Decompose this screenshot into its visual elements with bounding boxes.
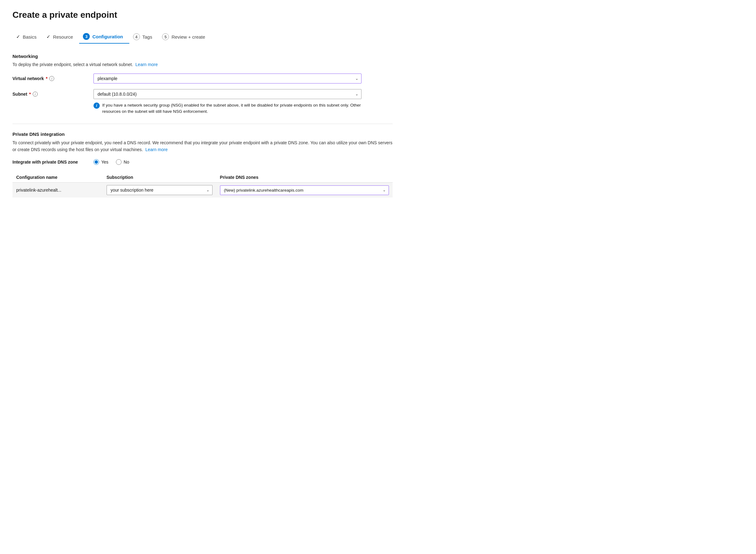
subnet-select-wrapper: default (10.8.0.0/24) ⌄ (94, 89, 362, 99)
dns-zones-select[interactable]: (New) privatelink.azurehealthcareapis.co… (220, 185, 389, 195)
virtual-network-control: plexample ⌄ (94, 73, 362, 84)
tab-review[interactable]: 5 Review + create (158, 30, 211, 43)
config-name-cell: privatelink-azurehealt... (12, 182, 103, 198)
tab-basics[interactable]: ✓ Basics (12, 31, 43, 43)
tab-basics-label: Basics (23, 34, 37, 40)
dns-table: Configuration name Subscription Private … (12, 172, 393, 198)
step-indicator-4: 4 (133, 33, 140, 40)
dns-description: To connect privately with your private e… (12, 139, 393, 153)
virtual-network-label: Virtual network * i (12, 73, 94, 81)
step-indicator-3: 3 (83, 33, 90, 40)
section-divider (12, 124, 393, 124)
radio-options: Yes No (94, 159, 129, 165)
nsg-info-icon: i (94, 103, 100, 109)
networking-title: Networking (12, 54, 393, 59)
radio-yes-input[interactable] (94, 159, 99, 165)
radio-yes-label: Yes (101, 160, 108, 165)
integrate-dns-row: Integrate with private DNS zone Yes No (12, 159, 393, 165)
subscription-cell: your subscription here ⌄ (103, 182, 216, 198)
nsg-notice: i If you have a network security group (… (94, 102, 362, 115)
radio-yes-option[interactable]: Yes (94, 159, 108, 165)
required-star-2: * (29, 92, 31, 97)
networking-learn-more-link[interactable]: Learn more (136, 62, 158, 67)
wizard-tabs: ✓ Basics ✓ Resource 3 Configuration 4 Ta… (12, 30, 393, 44)
subnet-control: default (10.8.0.0/24) ⌄ i If you have a … (94, 89, 362, 115)
tab-resource[interactable]: ✓ Resource (43, 31, 79, 43)
dns-zones-cell: (New) privatelink.azurehealthcareapis.co… (216, 182, 393, 198)
nsg-notice-text: If you have a network security group (NS… (102, 102, 362, 115)
col-dns-zones: Private DNS zones (216, 172, 393, 182)
dns-table-header-row: Configuration name Subscription Private … (12, 172, 393, 182)
radio-no-option[interactable]: No (116, 159, 129, 165)
subscription-select-wrapper: your subscription here ⌄ (107, 185, 213, 195)
networking-description: To deploy the private endpoint, select a… (12, 61, 393, 68)
dns-section: Private DNS integration To connect priva… (12, 131, 393, 198)
radio-no-input[interactable] (116, 159, 121, 165)
dns-zones-select-wrapper: (New) privatelink.azurehealthcareapis.co… (220, 185, 389, 195)
dns-section-title: Private DNS integration (12, 131, 393, 137)
page-title: Create a private endpoint (12, 10, 393, 20)
dns-learn-more-link[interactable]: Learn more (145, 147, 168, 152)
virtual-network-select[interactable]: plexample (94, 73, 362, 84)
subnet-select[interactable]: default (10.8.0.0/24) (94, 89, 362, 99)
checkmark-icon: ✓ (16, 34, 20, 40)
subnet-label: Subnet * i (12, 89, 94, 97)
networking-section: Networking To deploy the private endpoin… (12, 54, 393, 115)
virtual-network-info-icon[interactable]: i (49, 76, 54, 81)
subnet-row: Subnet * i default (10.8.0.0/24) ⌄ i If … (12, 89, 393, 115)
checkmark-icon-2: ✓ (46, 34, 51, 40)
dns-table-row: privatelink-azurehealt... your subscript… (12, 182, 393, 198)
tab-configuration-label: Configuration (92, 34, 123, 39)
tab-tags-label: Tags (143, 34, 152, 40)
integrate-dns-label: Integrate with private DNS zone (12, 160, 94, 165)
col-config-name: Configuration name (12, 172, 103, 182)
virtual-network-row: Virtual network * i plexample ⌄ (12, 73, 393, 84)
required-star: * (46, 76, 47, 81)
col-subscription: Subscription (103, 172, 216, 182)
virtual-network-select-wrapper: plexample ⌄ (94, 73, 362, 84)
tab-tags[interactable]: 4 Tags (129, 30, 159, 43)
subnet-info-icon[interactable]: i (33, 92, 38, 97)
radio-no-label: No (124, 160, 129, 165)
tab-configuration[interactable]: 3 Configuration (79, 30, 129, 44)
tab-review-label: Review + create (171, 34, 205, 40)
step-indicator-5: 5 (162, 33, 169, 40)
tab-resource-label: Resource (53, 34, 73, 40)
subscription-select[interactable]: your subscription here (107, 185, 213, 195)
config-name-value: privatelink-azurehealt... (16, 187, 61, 192)
